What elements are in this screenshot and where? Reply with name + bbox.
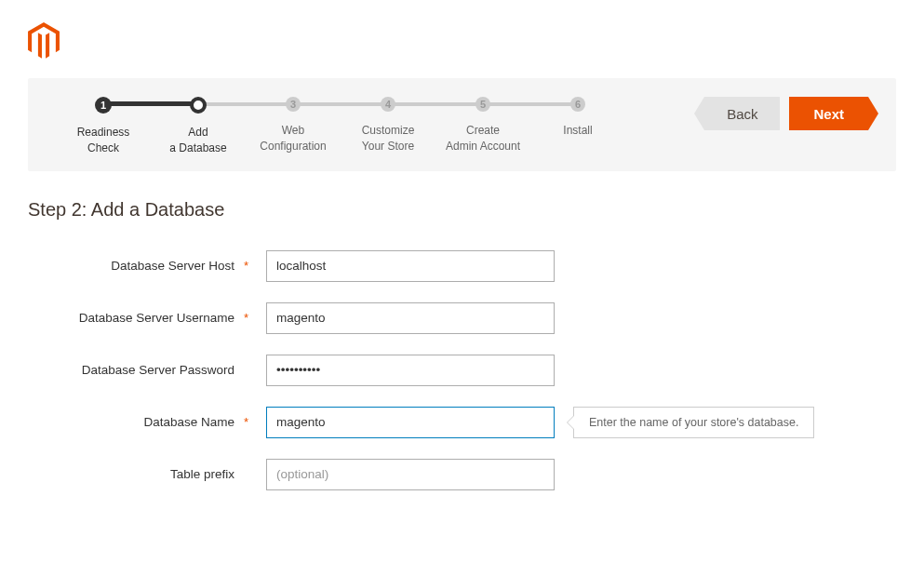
table-prefix-label: Table prefix bbox=[28, 467, 242, 481]
step-label: Create Admin Account bbox=[446, 123, 520, 154]
required-asterisk: * bbox=[244, 259, 253, 273]
step-readiness-check[interactable]: 1 Readiness Check bbox=[56, 97, 151, 156]
step-web-configuration[interactable]: 3 Web Configuration bbox=[246, 97, 341, 154]
nav-panel: 1 Readiness Check Add a Database 3 Web C… bbox=[28, 78, 896, 171]
step-label: Customize Your Store bbox=[362, 123, 415, 154]
db-name-tooltip: Enter the name of your store's database. bbox=[573, 407, 814, 438]
step-customize-store[interactable]: 4 Customize Your Store bbox=[341, 97, 435, 154]
db-username-label: Database Server Username bbox=[28, 311, 242, 325]
step-marker: 6 bbox=[570, 97, 585, 112]
next-button[interactable]: Next bbox=[789, 97, 868, 130]
back-button[interactable]: Back bbox=[704, 97, 780, 130]
required-asterisk: * bbox=[244, 415, 253, 429]
step-install[interactable]: 6 Install bbox=[530, 97, 625, 139]
step-marker: 5 bbox=[475, 97, 490, 112]
step-add-database[interactable]: Add a Database bbox=[151, 97, 246, 156]
progress-steps: 1 Readiness Check Add a Database 3 Web C… bbox=[56, 95, 625, 156]
step-marker: 4 bbox=[381, 97, 395, 112]
step-marker: 1 bbox=[95, 97, 112, 114]
db-host-label: Database Server Host bbox=[28, 259, 242, 273]
db-password-label: Database Server Password bbox=[28, 363, 242, 377]
step-create-admin[interactable]: 5 Create Admin Account bbox=[435, 97, 530, 154]
step-label: Readiness Check bbox=[77, 125, 130, 156]
page-title: Step 2: Add a Database bbox=[28, 199, 896, 221]
required-asterisk: * bbox=[244, 311, 253, 325]
db-username-input[interactable] bbox=[266, 302, 555, 334]
step-label: Web Configuration bbox=[260, 123, 326, 154]
db-name-label: Database Name bbox=[28, 415, 242, 429]
db-name-input[interactable] bbox=[266, 407, 555, 438]
step-marker: 3 bbox=[286, 97, 301, 112]
db-password-input[interactable] bbox=[266, 355, 555, 386]
db-host-input[interactable] bbox=[266, 250, 555, 282]
table-prefix-input[interactable] bbox=[266, 459, 555, 490]
magento-logo bbox=[0, 0, 924, 78]
step-marker bbox=[190, 97, 207, 114]
step-label: Add a Database bbox=[169, 125, 226, 156]
step-label: Install bbox=[563, 123, 592, 139]
